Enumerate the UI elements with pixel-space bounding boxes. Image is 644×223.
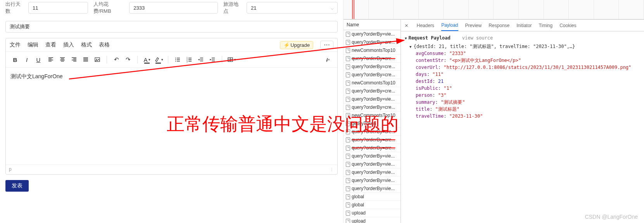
tab-timing[interactable]: Timing	[539, 21, 553, 31]
svg-point-4	[175, 61, 176, 62]
dest-select[interactable]	[247, 2, 338, 14]
tab-payload[interactable]: Payload	[441, 20, 458, 31]
svg-point-3	[175, 59, 176, 60]
bg-color-button[interactable]: ▾	[153, 54, 164, 65]
days-input[interactable]	[28, 2, 88, 14]
payload-field[interactable]: title: "测试标题"	[405, 106, 640, 113]
network-request-row[interactable]: newCommontsTop10	[344, 46, 401, 55]
document-icon	[346, 89, 350, 94]
request-label: query?orderBy=vie...	[352, 170, 395, 175]
network-detail-panel: × Headers Payload Preview Response Initi…	[401, 20, 644, 223]
cost-label: 人均花费/RMB	[93, 1, 126, 15]
payload-field[interactable]: contentStr: "<p>测试中文LangForOne</p>"	[405, 57, 640, 64]
more-button[interactable]: ⋯	[320, 41, 333, 49]
tab-initiator[interactable]: Initiator	[516, 21, 532, 31]
cost-input[interactable]	[129, 2, 218, 14]
payload-field[interactable]: days: "11"	[405, 71, 640, 78]
document-icon	[346, 72, 350, 77]
tab-response[interactable]: Response	[489, 21, 509, 31]
network-request-row[interactable]: upload	[344, 209, 401, 217]
menu-edit[interactable]: 编辑	[28, 41, 38, 48]
align-center-button[interactable]	[57, 54, 68, 65]
payload-value: "1"	[444, 86, 452, 91]
network-request-row[interactable]: query?orderBy=vie...	[344, 30, 401, 38]
outdent-button[interactable]	[195, 54, 206, 65]
clear-format-button[interactable]: I×	[323, 54, 333, 65]
payload-field[interactable]: destId: 21	[405, 78, 640, 85]
network-request-row[interactable]: newCommontsTop10	[344, 79, 401, 87]
payload-value: 21	[438, 79, 444, 84]
network-request-row[interactable]: query?orderBy=vie...	[344, 168, 401, 177]
payload-field[interactable]: avgConsume: "2333"	[405, 50, 640, 57]
underline-button[interactable]: U	[33, 54, 44, 65]
view-source-link[interactable]: view source	[462, 34, 493, 41]
payload-summary[interactable]: {destId: 21, title: "测试标题", travelTime: …	[405, 43, 640, 50]
network-request-row[interactable]: query?orderBy=cre...	[344, 144, 401, 152]
network-request-row[interactable]: query?orderBy=vie...	[344, 95, 401, 103]
network-request-row[interactable]: query?orderBy=vie...	[344, 177, 401, 185]
network-request-row[interactable]: query?orderBy=cre...	[344, 55, 401, 63]
network-request-row[interactable]: query?orderBy=cre...	[344, 103, 401, 112]
request-label: global	[352, 194, 364, 199]
network-request-row[interactable]: query?orderBy=cre...	[344, 63, 401, 71]
payload-field[interactable]: isPublic: "1"	[405, 85, 640, 92]
upgrade-button[interactable]: ⚡Upgrade	[280, 41, 313, 49]
tab-preview[interactable]: Preview	[465, 21, 482, 31]
request-label: upload	[352, 210, 366, 216]
payload-key: isPublic	[416, 86, 438, 91]
watermark: CSDN @LangForOne	[585, 214, 638, 220]
menu-table[interactable]: 表格	[99, 41, 110, 48]
svg-text:3: 3	[186, 60, 188, 63]
network-request-row[interactable]: query?orderBy=vie...	[344, 160, 401, 168]
bullet-list-button[interactable]	[172, 54, 183, 65]
payload-title[interactable]: Request Payload	[405, 34, 451, 41]
network-request-row[interactable]: query?orderBy=cre...	[344, 71, 401, 79]
network-request-row[interactable]: query?orderBy=vie...	[344, 152, 401, 160]
summary-input[interactable]	[5, 21, 338, 33]
request-label: query?orderBy=vie...	[352, 178, 395, 183]
network-request-row[interactable]: query?orderBy=vie...	[344, 185, 401, 193]
table-button[interactable]: ▾	[226, 54, 237, 65]
payload-field[interactable]: summary: "测试摘要"	[405, 99, 640, 106]
align-justify-button[interactable]	[80, 54, 91, 65]
payload-field[interactable]: coverUrl: "http://127.0.0.1:8086/statics…	[405, 64, 640, 71]
payload-key: travelTime	[416, 113, 444, 119]
align-left-button[interactable]	[45, 54, 56, 65]
menu-file[interactable]: 文件	[10, 41, 21, 48]
network-request-row[interactable]: global	[344, 201, 401, 209]
payload-field[interactable]: travelTime: "2023-11-30"	[405, 113, 640, 120]
italic-button[interactable]: I	[21, 54, 32, 65]
bold-button[interactable]: B	[10, 54, 21, 65]
payload-value: "测试标题"	[435, 106, 459, 112]
indent-button[interactable]	[207, 54, 218, 65]
network-request-row[interactable]: query?orderBy=cre...	[344, 136, 401, 144]
document-icon	[346, 162, 350, 167]
redo-button[interactable]: ↷	[123, 54, 133, 65]
payload-field[interactable]: person: "3"	[405, 92, 640, 99]
payload-key: days	[416, 72, 427, 77]
menu-insert[interactable]: 插入	[63, 41, 74, 48]
tab-cookies[interactable]: Cookies	[559, 21, 576, 31]
network-request-row[interactable]: query?orderBy=cre...	[344, 87, 401, 95]
document-icon	[346, 48, 350, 53]
undo-button[interactable]: ↶	[111, 54, 122, 65]
resize-handle-icon[interactable]: ⟋	[327, 165, 335, 173]
tab-headers[interactable]: Headers	[417, 21, 434, 31]
network-request-row[interactable]: global	[344, 193, 401, 201]
publish-button[interactable]: 发表	[5, 180, 29, 192]
menu-view[interactable]: 查看	[45, 41, 56, 48]
text-color-button[interactable]: A▾	[142, 54, 152, 65]
network-name-header[interactable]: Name	[344, 20, 401, 30]
devtools-timeline[interactable]	[344, 0, 644, 19]
document-icon	[346, 194, 350, 199]
network-request-row[interactable]: query?orderBy=cre...	[344, 38, 401, 46]
close-detail-button[interactable]: ×	[403, 22, 410, 29]
network-request-row[interactable]: upload	[344, 217, 401, 223]
number-list-button[interactable]: 123	[184, 54, 195, 65]
image-button[interactable]	[92, 54, 103, 65]
annotation-text: 正常传输普通中文是没问题的	[167, 112, 399, 136]
document-icon	[346, 81, 350, 86]
bolt-icon: ⚡	[283, 42, 290, 48]
menu-format[interactable]: 格式	[81, 41, 92, 48]
align-right-button[interactable]	[69, 54, 79, 65]
